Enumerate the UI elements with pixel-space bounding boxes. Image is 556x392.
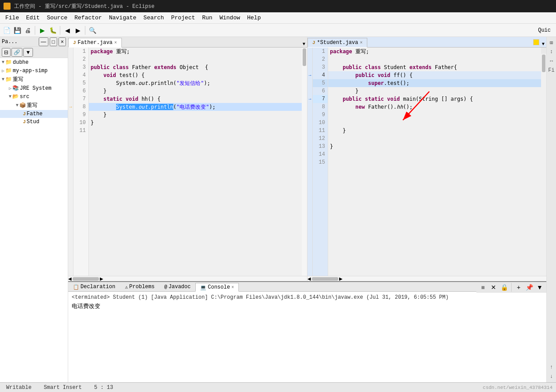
debug-button[interactable]: 🐛 — [48, 26, 58, 35]
s-gutter-8 — [307, 103, 312, 111]
save-button[interactable]: 💾 — [12, 26, 22, 35]
father-vscroll[interactable] — [302, 48, 307, 276]
pe-collapse[interactable]: ⊟ — [2, 48, 11, 57]
console-tab-close[interactable]: × — [231, 285, 234, 290]
tree-node-rewrite[interactable]: ▼ 📁 重写 — [0, 75, 68, 84]
gutter-4 — [68, 71, 73, 79]
tree-node-dubhe[interactable]: ▼ 📁 dubhe — [0, 58, 68, 66]
student-hscroll-left[interactable]: ◀ — [307, 276, 311, 281]
menu-help[interactable]: Help — [244, 14, 264, 22]
console-stop[interactable]: ■ — [478, 282, 488, 292]
student-tab[interactable]: J *Student.java × — [307, 38, 367, 48]
quick-access-label: Quic — [538, 27, 554, 33]
tree-node-father[interactable]: J Fathe — [0, 110, 68, 118]
tree-node-my-app[interactable]: ▷ 📁 my-app-simp — [0, 66, 68, 75]
back-button[interactable]: ◀ — [62, 26, 72, 35]
student-line-8: new Father().hh(); — [328, 103, 541, 111]
s-gutter-3 — [307, 63, 312, 71]
console-content: <terminated> Student (1) [Java Applicati… — [68, 293, 546, 382]
student-line-13: } — [328, 143, 541, 150]
student-vscroll[interactable] — [541, 48, 546, 276]
father-tab[interactable]: J Father.java × — [68, 38, 122, 48]
menubar: File Edit Source Refactor Navigate Searc… — [0, 12, 556, 24]
gutter-3 — [68, 63, 73, 71]
console-sep-1 — [511, 283, 512, 292]
father-tab-close[interactable]: × — [114, 40, 117, 45]
student-hscroll-right[interactable]: ▶ — [339, 276, 343, 281]
tab-javadoc[interactable]: @ Javadoc — [159, 282, 195, 291]
menu-search[interactable]: Search — [140, 14, 168, 22]
pe-close[interactable]: × — [59, 37, 66, 46]
father-scroll-thumb[interactable] — [303, 48, 306, 66]
right-icon-1[interactable]: ⊞ — [548, 39, 556, 47]
tab-declaration[interactable]: 📋 Declaration — [68, 282, 120, 291]
scroll-up[interactable] — [541, 48, 546, 54]
father-pane-menu[interactable]: ▼ — [301, 40, 307, 47]
student-hscroll[interactable]: ◀ ▶ — [307, 276, 546, 281]
statusbar: Writable Smart Insert 5 : 13 csdn.net/we… — [0, 382, 556, 392]
menu-navigate[interactable]: Navigate — [106, 14, 140, 22]
father-hscroll-right[interactable]: ▶ — [100, 276, 103, 281]
student-scroll-thumb[interactable] — [542, 55, 545, 72]
student-line-7: public static void main(String [] args) … — [328, 95, 541, 103]
forward-button[interactable]: ▶ — [73, 26, 83, 35]
pe-link[interactable]: 🔗 — [11, 48, 22, 57]
menu-refactor[interactable]: Refactor — [71, 14, 105, 22]
pe-menu[interactable]: ▼ — [23, 48, 33, 57]
menu-file[interactable]: File — [2, 14, 22, 22]
ln-4: 4 — [73, 71, 88, 79]
tree-node-jre[interactable]: ▷ 📚 JRE System — [0, 84, 68, 92]
student-code-content[interactable]: package 重写; public class Student extends… — [328, 48, 541, 276]
father-hscroll[interactable]: ◀ ▶ — [68, 276, 307, 281]
problems-icon: ⚠ — [125, 284, 128, 290]
menu-project[interactable]: Project — [168, 14, 199, 22]
father-line-numbers: 1 2 3 4 5 6 7 8 9 10 11 — [73, 48, 89, 276]
console-clear[interactable]: ✕ — [489, 282, 498, 292]
student-tab-close[interactable]: × — [360, 40, 362, 45]
father-line-11 — [89, 127, 302, 135]
ln-2: 2 — [73, 55, 88, 63]
tree-node-student[interactable]: J Stud — [0, 118, 68, 126]
tree-node-pkg-rewrite[interactable]: ▼ 📦 重写 — [0, 101, 68, 110]
toolbar-sep-2 — [60, 26, 60, 35]
menu-source[interactable]: Source — [43, 14, 71, 22]
menu-run[interactable]: Run — [199, 14, 216, 22]
menu-edit[interactable]: Edit — [22, 14, 43, 22]
right-icon-3[interactable]: ↔ — [548, 57, 556, 65]
console-toolbar: ■ ✕ 🔒 + 📌 ▼ — [476, 282, 546, 293]
search-button[interactable]: 🔍 — [88, 26, 97, 35]
run-button[interactable]: ▶ — [37, 26, 47, 35]
pe-maximize[interactable]: □ — [50, 37, 57, 46]
watermark: csdn.net/weixin_43784314 — [483, 385, 552, 390]
student-editor-pane: J *Student.java × ▼ → — [307, 37, 546, 281]
father-hscroll-left[interactable]: ◀ — [68, 276, 72, 281]
console-scroll-lock[interactable]: 🔒 — [499, 282, 509, 292]
right-icon-6[interactable]: ↓ — [548, 373, 556, 381]
console-new[interactable]: + — [514, 282, 523, 292]
right-icon-4[interactable]: Fi — [548, 66, 556, 74]
father-hscroll-thumb[interactable] — [73, 277, 99, 281]
right-icon-5[interactable]: ↑ — [548, 363, 556, 371]
student-hscroll-thumb[interactable] — [312, 277, 338, 281]
toolbar-sep-1 — [35, 26, 35, 35]
toolbar-sep-3 — [85, 26, 85, 35]
right-icon-2[interactable]: ↕ — [548, 48, 556, 56]
s-ln-10: 10 — [313, 119, 328, 127]
father-code-content[interactable]: package 重写; public class Father extends … — [89, 48, 302, 276]
student-line-1: package 重写; — [328, 48, 541, 55]
student-pane-menu[interactable]: ▼ — [540, 40, 546, 47]
tab-problems[interactable]: ⚠ Problems — [120, 282, 159, 291]
tree-node-src[interactable]: ▼ 📂 src — [0, 92, 68, 101]
father-editor-pane: J Father.java × ▼ — [68, 37, 307, 281]
student-line-9 — [328, 111, 541, 119]
student-tab-label: *Student.java — [317, 40, 358, 46]
new-button[interactable]: 📄 — [2, 26, 11, 35]
father-line-3: public class Father extends Object { — [89, 63, 302, 71]
menu-window[interactable]: Window — [216, 14, 244, 22]
console-menu[interactable]: ▼ — [535, 282, 545, 292]
pe-minimize[interactable]: — — [39, 37, 48, 46]
console-pin[interactable]: 📌 — [524, 282, 534, 292]
gutter-8: → — [68, 103, 73, 111]
tab-console[interactable]: 💻 Console × — [195, 283, 238, 292]
print-button[interactable]: 🖨 — [23, 26, 33, 35]
